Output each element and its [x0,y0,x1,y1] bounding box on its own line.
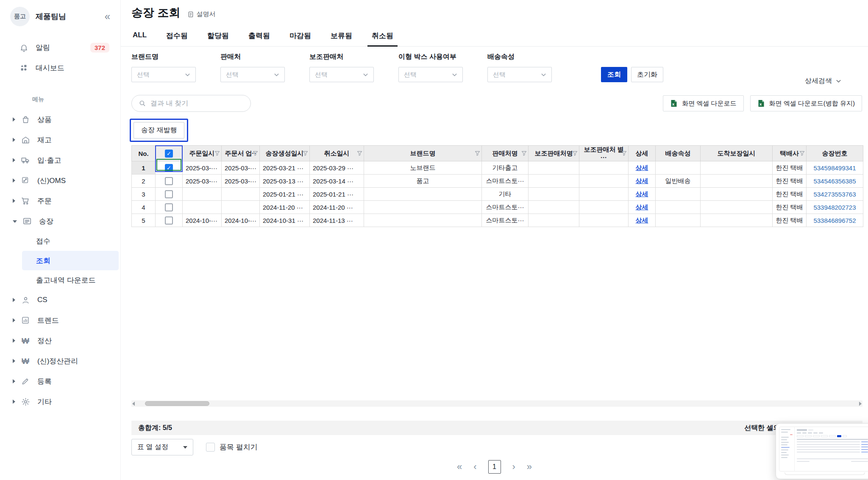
sidebar-item-won[interactable]: ₩(신)정산관리 [0,351,120,371]
cart-icon [20,196,31,205]
won-icon: ₩ [20,337,31,345]
svg-text:x: x [672,102,675,106]
sidebar-item-cart[interactable]: 주문 [0,191,120,211]
filter-funnel-icon[interactable] [799,151,805,156]
row-checkbox[interactable] [165,190,173,198]
excel-download-merge-button[interactable]: x 화면 엑셀 다운로드(병합 유지) [750,95,862,111]
result-search-input[interactable] [150,100,244,107]
filter-funnel-icon[interactable] [303,151,308,156]
search-button[interactable]: 조회 [601,67,627,82]
horizontal-scrollbar[interactable] [131,400,862,407]
row-checkbox[interactable] [165,216,173,225]
column-header[interactable]: 주문서 업·· [222,146,260,161]
invoice-number-link[interactable]: 533948202723 [813,204,856,211]
detail-link[interactable]: 상세 [636,164,648,171]
row-checkbox[interactable] [165,164,173,172]
sidebar-item-notifications[interactable]: 알림 372 [0,37,120,58]
filter-select[interactable]: 선택 [487,67,552,82]
filter-funnel-icon[interactable] [214,151,220,156]
column-header[interactable]: 주문일시 [183,146,222,161]
column-settings-select[interactable]: 표 열 설정 [131,439,193,455]
sidebar-item-oms[interactable]: (신)OMS [0,170,120,191]
filter-funnel-icon[interactable] [475,151,480,156]
advanced-search-toggle[interactable]: 상세검색 [805,77,841,86]
column-header[interactable]: 브랜드명 [364,146,482,161]
column-header[interactable]: 송장생성일시 [260,146,310,161]
expand-items-checkbox[interactable] [206,443,215,452]
result-search[interactable] [131,95,251,112]
tab-보류됨[interactable]: 보류됨 [331,27,352,46]
expand-items-toggle[interactable]: 품목 펼치기 [206,442,258,452]
manual-link[interactable]: 설명서 [187,10,216,18]
filter-bar: 브랜드명선택판매처선택보조판매처선택이형 박스 사용여부선택배송속성선택 조회 … [121,53,868,82]
sidebar-item-label: 등록 [37,377,52,386]
sidebar-item-won[interactable]: ₩정산 [0,330,120,351]
invoice-number-link[interactable]: 533846896752 [813,217,856,224]
sidebar-item-invoice[interactable]: 송장 [0,211,120,231]
tab-출력됨[interactable]: 출력됨 [248,27,270,46]
column-header[interactable]: No. [132,146,156,161]
column-header[interactable] [156,146,183,161]
scroll-left-arrow-icon[interactable] [132,402,135,406]
column-header[interactable]: 배송속성 [656,146,701,161]
tab-접수됨[interactable]: 접수됨 [166,27,188,46]
sidebar-item-gear[interactable]: 기타 [0,391,120,412]
column-header[interactable]: 택배사 [773,146,807,161]
row-checkbox[interactable] [165,177,173,185]
column-header[interactable]: 상세 [629,146,656,161]
tab-취소됨[interactable]: 취소됨 [372,27,393,46]
column-header[interactable]: 보조판매처명 [529,146,579,161]
filter-select[interactable]: 선택 [309,67,374,82]
reset-button[interactable]: 초기화 [631,67,663,82]
tab-할당됨[interactable]: 할당됨 [207,27,229,46]
column-header[interactable]: 취소일시 [310,146,364,161]
invoice-number-link[interactable]: 534546356385 [813,178,856,185]
scroll-right-arrow-icon[interactable] [859,402,862,406]
detail-link[interactable]: 상세 [636,203,648,211]
sidebar-subitem[interactable]: 접수 [22,231,119,251]
invoice-number-link[interactable]: 534273553763 [813,191,856,198]
filter-funnel-icon[interactable] [521,151,527,156]
table-cell: 스마트스토··· [482,214,529,227]
filter-funnel-icon[interactable] [572,151,578,156]
detail-link[interactable]: 상세 [636,216,648,224]
sidebar-item-chart[interactable]: 트렌드 [0,310,120,330]
next-page-button[interactable]: › [512,462,515,472]
column-header[interactable]: 송장번호 [807,146,863,161]
sidebar-item-bag[interactable]: 상품 [0,109,120,130]
excel-download-button[interactable]: x 화면 엑셀 다운로드 [663,95,743,111]
row-checkbox[interactable] [165,203,173,211]
column-header[interactable]: 도착보장일시 [701,146,773,161]
first-page-button[interactable]: « [457,462,462,472]
prev-page-button[interactable]: ‹ [473,462,476,472]
sidebar-item-warehouse[interactable]: 재고 [0,130,120,150]
filter-funnel-icon[interactable] [253,151,258,156]
table-cell: 534273553763 [807,188,863,201]
result-toolbar: x 화면 엑셀 다운로드 x 화면 엑셀 다운로드(병합 유지) [121,95,868,112]
detail-link[interactable]: 상세 [636,177,648,184]
sidebar-subitem[interactable]: 출고내역 다운로드 [22,270,119,290]
column-header[interactable]: 판매처명 [482,146,529,161]
invoice-reissue-button[interactable]: 송장 재발행 [134,122,184,139]
invoice-number-link[interactable]: 534598499341 [813,164,856,172]
detail-link[interactable]: 상세 [636,190,648,197]
sidebar-collapse-button[interactable]: « [105,11,110,22]
sidebar-subitem[interactable]: 조회 [22,251,119,270]
sidebar-item-truck[interactable]: 입·출고 [0,150,120,170]
tab-마감됨[interactable]: 마감됨 [289,27,311,46]
last-page-button[interactable]: » [527,462,532,472]
filter-funnel-icon[interactable] [621,151,627,156]
filter-select[interactable]: 선택 [220,67,285,82]
sidebar-item-dashboard[interactable]: 대시보드 [0,58,120,78]
filter-select[interactable]: 선택 [131,67,196,82]
sidebar-item-person[interactable]: CS [0,290,120,310]
column-header[interactable]: 보조판매처 별··· [579,146,629,161]
filter-select[interactable]: 선택 [398,67,463,82]
scrollbar-thumb[interactable] [145,401,209,406]
filter-fields: 브랜드명선택판매처선택보조판매처선택이형 박스 사용여부선택배송속성선택 [131,53,576,82]
filter-funnel-icon[interactable] [357,151,362,156]
current-page-input[interactable]: 1 [488,460,501,474]
select-all-checkbox[interactable] [165,150,173,158]
tab-ALL[interactable]: ALL [133,27,147,46]
sidebar-item-pencil[interactable]: 등록 [0,371,120,391]
